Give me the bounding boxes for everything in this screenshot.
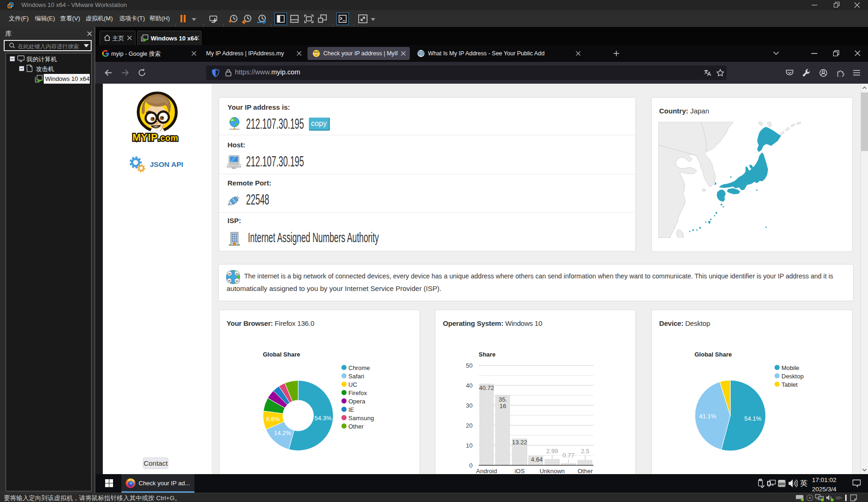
svg-text:40: 40 (466, 382, 473, 389)
svg-text:w: w (228, 271, 231, 276)
svg-text:0: 0 (469, 462, 473, 469)
svg-text:Android: Android (476, 468, 497, 474)
svg-text:35.: 35. (499, 396, 507, 403)
svg-text:iOS: iOS (514, 468, 525, 474)
svg-text:Unknown: Unknown (540, 468, 565, 474)
svg-text:w: w (227, 278, 231, 283)
svg-text:50: 50 (466, 362, 473, 369)
svg-text:w: w (235, 279, 239, 283)
svg-text:vm: vm (779, 482, 785, 486)
svg-text:0.77: 0.77 (562, 452, 574, 459)
svg-text:2.99: 2.99 (546, 448, 558, 455)
svg-text:Share: Share (479, 351, 495, 358)
svg-text:16: 16 (500, 403, 506, 410)
svg-text:2.5: 2.5 (581, 448, 589, 455)
svg-text:30: 30 (466, 402, 473, 409)
svg-text:13.22: 13.22 (512, 439, 527, 446)
svg-text:40.72: 40.72 (479, 384, 494, 391)
svg-text:Other: Other (578, 468, 593, 474)
svg-text:w: w (235, 271, 238, 276)
svg-text:20: 20 (466, 422, 473, 429)
svg-text:10: 10 (466, 442, 473, 449)
svg-text:4.64: 4.64 (531, 456, 542, 463)
